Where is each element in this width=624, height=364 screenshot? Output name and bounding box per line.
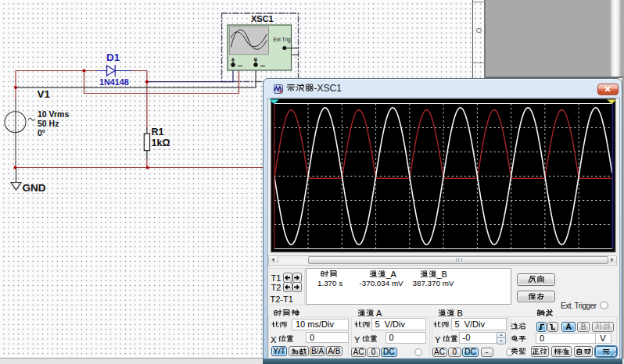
- svg-text:1kΩ: 1kΩ: [152, 137, 170, 148]
- svg-text:V1: V1: [38, 88, 51, 100]
- svg-text:50 Hz: 50 Hz: [38, 119, 59, 128]
- svg-text:XSC1: XSC1: [251, 14, 274, 23]
- svg-text:GND: GND: [23, 182, 46, 194]
- svg-text:A: A: [231, 57, 235, 62]
- svg-text:R1: R1: [152, 127, 164, 137]
- svg-text:0°: 0°: [38, 128, 45, 137]
- svg-text:D1: D1: [106, 52, 120, 63]
- svg-text:Ext Trig: Ext Trig: [274, 37, 291, 43]
- svg-text:10 Vrms: 10 Vrms: [38, 109, 69, 119]
- svg-text:1N4148: 1N4148: [99, 77, 129, 87]
- svg-text:B: B: [254, 57, 258, 62]
